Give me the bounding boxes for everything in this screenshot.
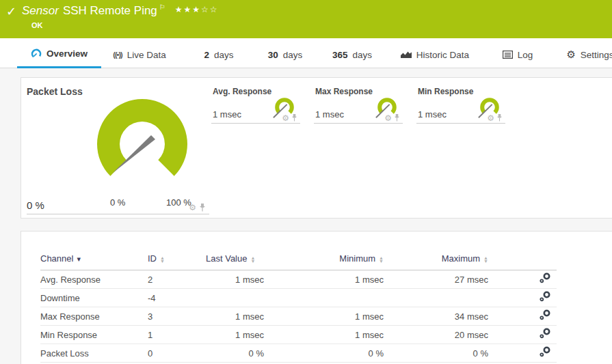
edit-channel-icon[interactable] — [539, 272, 551, 286]
page-title: SensorSSH Remote Ping⚐★★★☆☆ — [22, 3, 219, 18]
tab-log[interactable]: Log — [488, 38, 547, 68]
channel-table: Channel▾ ID▲▼ Last Value▲▼ Minimum▲▼ Max… — [40, 251, 557, 363]
maximum-value: 34 msec — [384, 307, 488, 326]
gauge-title: Max Response — [315, 87, 373, 96]
tab-365-days[interactable]: 365 days — [321, 38, 383, 68]
tab-live-data[interactable]: ((•)) Live Data — [101, 38, 178, 68]
column-header-channel[interactable]: Channel▾ — [40, 251, 148, 270]
tab-label: days — [283, 50, 303, 60]
sort-desc-icon: ▾ — [77, 255, 81, 263]
gauge-scale-max: 100 % — [166, 197, 191, 208]
channel-name[interactable]: Max Response — [40, 307, 148, 326]
flag-icon[interactable]: ⚐ — [159, 3, 165, 11]
maximum-value: 20 msec — [384, 326, 488, 344]
avg-response-gauge-tile: Avg. Response 1 msec ⚙ — [211, 83, 300, 124]
channel-name[interactable]: Downtime — [40, 289, 148, 307]
channel-name[interactable]: Packet Loss — [40, 344, 148, 363]
tab-label: Log — [518, 50, 533, 60]
tab-label: Overview — [46, 48, 88, 59]
column-label: Last Value — [206, 253, 247, 264]
sort-icon: ▲▼ — [483, 256, 488, 263]
pin-icon[interactable] — [199, 204, 206, 212]
area-chart-icon — [401, 51, 412, 59]
max-response-gauge-tile: Max Response 1 msec ⚙ — [314, 83, 403, 124]
edit-channel-icon[interactable] — [539, 328, 551, 341]
tab-label: Live Data — [127, 50, 166, 60]
column-header-minimum[interactable]: Minimum▲▼ — [264, 251, 384, 270]
tab-number: 2 — [204, 50, 209, 60]
pin-icon[interactable] — [496, 114, 503, 122]
channel-id: 1 — [148, 326, 206, 344]
last-value: 1 msec — [206, 270, 264, 289]
max-response-value: 1 msec — [315, 109, 344, 120]
table-row: Packet Loss 0 0 % 0 % 0 % — [40, 344, 557, 363]
gauge-title: Packet Loss — [27, 86, 83, 97]
tab-30-days[interactable]: 30 days — [256, 38, 314, 68]
last-value: 1 msec — [206, 307, 264, 326]
last-value: 1 msec — [206, 326, 264, 344]
ok-check-icon: ✓ — [6, 4, 16, 19]
maximum-value — [384, 289, 488, 307]
channel-name[interactable]: Avg. Response — [40, 270, 148, 289]
avg-response-value: 1 msec — [213, 109, 241, 120]
last-value — [206, 289, 264, 307]
gauge-icon — [31, 48, 42, 59]
tab-historic-data[interactable]: Historic Data — [393, 38, 477, 68]
tab-number: 365 — [332, 50, 348, 60]
tab-label: days — [353, 50, 373, 60]
tab-overview[interactable]: Overview — [17, 38, 101, 68]
channel-table-panel: Channel▾ ID▲▼ Last Value▲▼ Minimum▲▼ Max… — [21, 231, 612, 364]
last-value: 0 % — [206, 344, 264, 363]
tab-settings[interactable]: ⚙ Settings — [559, 38, 612, 68]
channel-id: 0 — [148, 344, 206, 363]
maximum-value: 27 msec — [384, 270, 488, 289]
edit-channel-icon[interactable] — [539, 346, 551, 360]
sensor-header: ✓ SensorSSH Remote Ping⚐★★★☆☆ OK — [0, 0, 612, 38]
sensor-name: SSH Remote Ping — [63, 4, 157, 17]
sort-icon: ▲▼ — [379, 256, 384, 263]
tab-2-days[interactable]: 2 days — [191, 38, 246, 68]
edit-channel-icon[interactable] — [539, 291, 551, 305]
gauge-scale-min: 0 % — [110, 197, 125, 208]
packet-loss-gauge — [88, 89, 197, 199]
status-badge: OK — [31, 21, 43, 29]
column-label: ID — [148, 253, 157, 264]
min-response-gauge-tile: Min Response 1 msec ⚙ — [416, 83, 505, 124]
table-row: Max Response 3 1 msec 1 msec 34 msec — [40, 307, 557, 326]
minimum-value: 1 msec — [264, 270, 384, 289]
packet-loss-value: 0 % — [27, 199, 44, 211]
tab-bar: Overview ((•)) Live Data 2 days 30 days … — [0, 38, 612, 68]
minimum-value: 1 msec — [264, 326, 384, 344]
min-response-value: 1 msec — [418, 109, 447, 120]
minimum-value: 0 % — [264, 344, 384, 363]
minimum-value — [264, 289, 384, 307]
pin-icon[interactable] — [291, 114, 297, 122]
column-header-maximum[interactable]: Maximum▲▼ — [384, 251, 488, 270]
gear-icon: ⚙ — [566, 48, 575, 61]
channel-name[interactable]: Min Response — [40, 326, 148, 344]
gauge-settings-gear-icon[interactable]: ⚙ — [282, 115, 289, 122]
pin-icon[interactable] — [394, 114, 400, 122]
live-data-icon: ((•)) — [113, 51, 122, 59]
overview-gauges-panel: Packet Loss 0 % 100 % 0 % ⚙ Avg. Respons… — [21, 77, 612, 219]
maximum-value: 0 % — [384, 344, 488, 363]
channel-id: 2 — [148, 270, 206, 289]
table-row: Downtime -4 — [40, 289, 557, 307]
column-header-id[interactable]: ID▲▼ — [148, 251, 206, 270]
column-header-last-value[interactable]: Last Value▲▼ — [206, 251, 264, 270]
log-list-icon — [503, 51, 513, 59]
table-header-row: Channel▾ ID▲▼ Last Value▲▼ Minimum▲▼ Max… — [40, 251, 557, 270]
edit-channel-icon[interactable] — [539, 309, 551, 323]
channel-id: -4 — [148, 289, 206, 307]
tab-label: Settings — [581, 50, 612, 60]
priority-stars[interactable]: ★★★☆☆ — [175, 5, 219, 14]
gauge-title: Min Response — [418, 87, 473, 96]
column-label: Maximum — [442, 253, 480, 264]
tab-label: days — [214, 50, 234, 60]
gauge-settings-gear-icon[interactable]: ⚙ — [384, 115, 392, 122]
gauge-title: Avg. Response — [213, 87, 271, 96]
gauge-settings-gear-icon[interactable]: ⚙ — [487, 115, 494, 122]
gauge-settings-gear-icon[interactable]: ⚙ — [189, 204, 196, 211]
sort-icon: ▲▼ — [250, 256, 255, 263]
sort-icon: ▲▼ — [160, 256, 165, 263]
